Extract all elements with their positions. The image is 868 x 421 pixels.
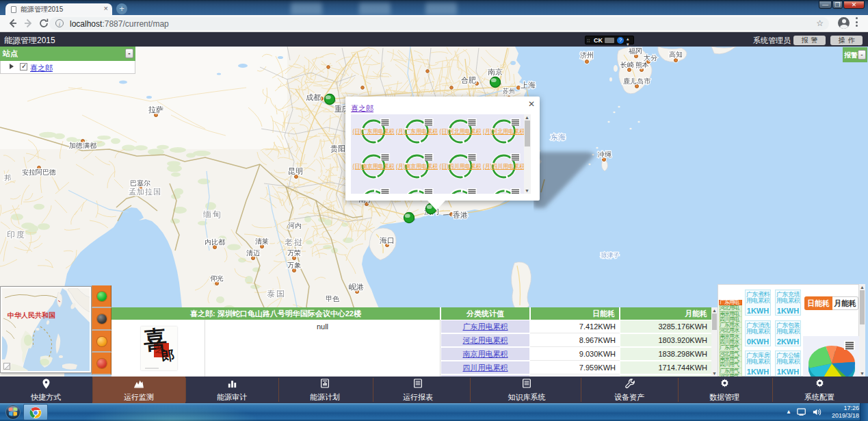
svg-text:鹿儿岛市: 鹿儿岛市 — [623, 77, 651, 85]
svg-text:甲色: 甲色 — [326, 295, 340, 303]
svg-text:缅甸: 缅甸 — [203, 209, 222, 219]
svg-text:内比都: 内比都 — [205, 238, 225, 246]
svg-text:清莱: 清莱 — [255, 238, 269, 245]
svg-text:高知: 高知 — [669, 51, 683, 58]
svg-text:上海: 上海 — [521, 81, 536, 89]
svg-text:香港: 香港 — [453, 211, 468, 219]
svg-text:成都: 成都 — [306, 93, 321, 101]
svg-text:(月)河北用电累积: (月)河北用电累积 — [483, 128, 524, 135]
svg-text:(月)广东用电累积: (月)广东用电累积 — [396, 128, 438, 135]
svg-text:济州: 济州 — [580, 51, 594, 59]
svg-text:(日)广东用电累积: (日)广东用电累积 — [353, 128, 395, 135]
svg-text:昆明: 昆明 — [288, 167, 303, 175]
svg-text:合肥: 合肥 — [461, 76, 476, 84]
svg-text:东海: 东海 — [551, 133, 566, 141]
svg-text:(月)四川用电累积: (月)四川用电累积 — [483, 163, 524, 170]
svg-text:冲绳: 冲绳 — [598, 151, 611, 158]
svg-text:加德满都: 加德满都 — [69, 142, 96, 149]
svg-text:拉萨: 拉萨 — [148, 105, 163, 114]
svg-text:老挝: 老挝 — [285, 238, 304, 247]
svg-text:(月)南京用电累积: (月)南京用电累积 — [396, 163, 438, 170]
svg-text:邦: 邦 — [4, 174, 11, 181]
svg-text:仰光: 仰光 — [210, 275, 224, 282]
svg-text:印度: 印度 — [7, 230, 26, 240]
svg-text:福冈: 福冈 — [629, 47, 642, 55]
svg-text:贵阳: 贵阳 — [330, 144, 345, 153]
svg-text:万荣: 万荣 — [287, 249, 301, 257]
svg-text:苏州: 苏州 — [503, 88, 515, 94]
svg-text:海口: 海口 — [380, 236, 395, 244]
svg-text:(日)南京用电累积: (日)南京用电累积 — [353, 163, 395, 170]
svg-text:琼津子: 琼津子 — [601, 252, 620, 259]
svg-text:大分: 大分 — [644, 54, 657, 62]
svg-text:长崎: 长崎 — [620, 61, 634, 68]
svg-text:岘港: 岘港 — [349, 283, 364, 291]
svg-text:孟加拉国: 孟加拉国 — [129, 188, 161, 196]
svg-text:(日)四川用电累积: (日)四川用电累积 — [440, 163, 482, 170]
svg-text:泰国: 泰国 — [267, 289, 286, 298]
svg-text:(日)河北用电累积: (日)河北用电累积 — [440, 128, 482, 135]
svg-text:南京: 南京 — [488, 68, 503, 76]
svg-text:万象: 万象 — [287, 261, 301, 269]
svg-text:清迈: 清迈 — [246, 249, 260, 257]
svg-text:河内: 河内 — [288, 222, 302, 229]
svg-text:巴塞尔: 巴塞尔 — [130, 179, 150, 187]
svg-text:安拉阿巴德: 安拉阿巴德 — [22, 168, 56, 176]
